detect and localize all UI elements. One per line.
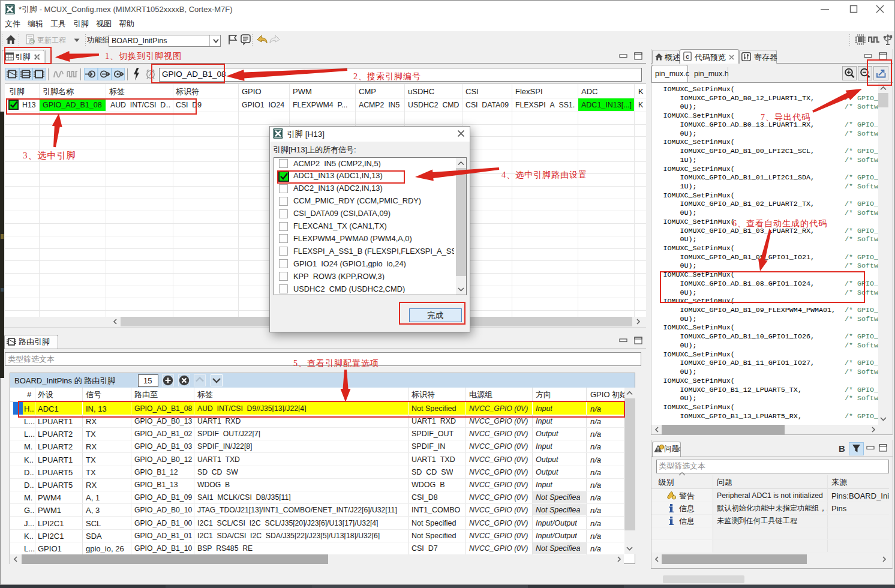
- svg-text:c: c: [686, 53, 689, 60]
